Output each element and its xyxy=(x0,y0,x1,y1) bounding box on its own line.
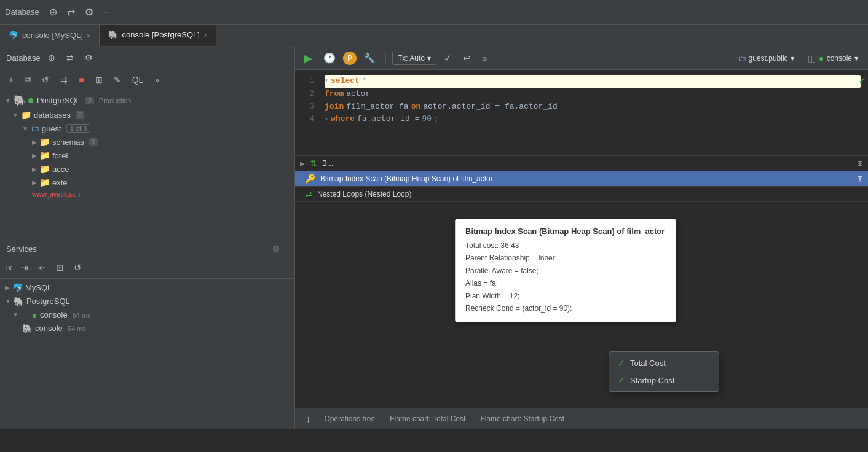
profile-button[interactable]: P xyxy=(343,52,357,65)
dropdown-startup-cost[interactable]: ✓ Startup Cost xyxy=(609,372,719,389)
fold-arrow-4[interactable]: ▾ xyxy=(325,115,328,125)
wrench-button[interactable]: 🔧 xyxy=(360,50,379,66)
db-filter-button[interactable]: ⇄ xyxy=(63,50,77,65)
bitmap-row-icon: 🔑 xyxy=(305,174,315,184)
tree-item-access[interactable]: ▶ 📁 acce xyxy=(0,162,294,176)
tab-mysql[interactable]: 🐬 console [MySQL] × xyxy=(0,25,100,46)
tree-item-guest[interactable]: ▼ 🗂 guest 1 of 3 xyxy=(0,122,294,135)
services-title: Services xyxy=(6,244,37,254)
edit-button[interactable]: ✎ xyxy=(110,72,125,87)
settings-button[interactable]: ⚙ xyxy=(81,4,97,20)
schemas-icon: 📁 xyxy=(39,137,50,147)
grid-button[interactable]: ⊞ xyxy=(92,72,106,87)
code-line-3: join film_actor fa on actor.actor_id = f… xyxy=(325,101,861,114)
sql-button[interactable]: QL xyxy=(128,72,148,87)
run-button[interactable]: ▶ xyxy=(300,49,316,68)
operations-tree-button[interactable]: Operations tree xyxy=(320,413,381,425)
history-button[interactable]: 🕐 xyxy=(320,50,339,66)
flame-total-cost-button[interactable]: Flame chart: Total Cost xyxy=(385,413,470,425)
tx-label: Tx xyxy=(4,263,12,272)
mysql-tab-label: console [MySQL] xyxy=(22,31,83,40)
console-sel-dot xyxy=(819,54,823,63)
code-editor[interactable]: 1 2 3 4 ▾ select * from actor join film_… xyxy=(295,70,868,156)
mysql-svc-arrow[interactable]: ▶ xyxy=(5,284,10,291)
tooltip-row-3: Alias = fa; xyxy=(465,277,666,289)
result-row-nested[interactable]: ⇄ Nested Loops (Nested Loop) xyxy=(295,187,868,202)
extensions-arrow[interactable]: ▶ xyxy=(32,179,37,186)
services-header: Services ⚙ − xyxy=(0,241,294,257)
undo-button[interactable]: ↩ xyxy=(459,50,475,66)
more-button-right[interactable]: » xyxy=(478,50,491,66)
minimize-button[interactable]: − xyxy=(100,4,112,20)
guest-label: guest xyxy=(42,124,61,133)
console-selector[interactable]: ◫ console ▾ xyxy=(803,52,863,65)
sort-table-icon: ⊞ xyxy=(857,159,863,168)
guest-arrow[interactable]: ▼ xyxy=(22,125,28,132)
console1-dot xyxy=(33,310,36,319)
access-arrow[interactable]: ▶ xyxy=(32,166,37,173)
db-add-button[interactable]: ⊕ xyxy=(44,50,59,65)
schema-selector[interactable]: 🗂 guest.public ▾ xyxy=(733,52,799,65)
tree-item-foreign[interactable]: ▶ 📁 forei xyxy=(0,149,294,162)
services-tree: ▶ 🐬 MySQL ▼ 🐘 PostgreSQL ▼ ◫ console 54 … xyxy=(0,279,294,429)
sync-button[interactable]: ⇄ xyxy=(63,4,79,20)
code-number: 90 xyxy=(422,113,432,126)
pg-tab-close[interactable]: × xyxy=(203,31,207,39)
databases-arrow[interactable]: ▼ xyxy=(12,112,18,119)
result-row-bitmap[interactable]: 🔑 Bitmap Index Scan (Bitmap Heap Scan) o… xyxy=(295,171,868,187)
guest-icon: 🗂 xyxy=(31,123,39,133)
bitmap-table-icon: ⊞ xyxy=(857,174,863,183)
keyword-where: where xyxy=(331,113,355,126)
fold-arrow-1[interactable]: ▾ xyxy=(325,76,328,86)
keyword-select: select xyxy=(331,75,360,88)
services-gear-icon[interactable]: ⚙ xyxy=(272,244,280,254)
pg-arrow[interactable]: ▼ xyxy=(5,97,11,104)
stop-button[interactable]: ■ xyxy=(75,72,87,87)
tx-dropdown-icon: ▾ xyxy=(427,54,431,63)
db-settings-button[interactable]: ⚙ xyxy=(81,50,97,65)
editor-status-check: ✓ xyxy=(859,72,866,90)
services-console-1[interactable]: ▼ ◫ console 54 ms xyxy=(0,308,294,322)
services-minimize-icon[interactable]: − xyxy=(283,244,288,254)
add-item-button[interactable]: + xyxy=(5,72,17,87)
tree-item-postgresql[interactable]: ▼ 🐘 PostgreSQL 2 Production xyxy=(0,93,294,108)
schemas-arrow[interactable]: ▶ xyxy=(32,139,37,146)
pg-svc-arrow[interactable]: ▼ xyxy=(5,298,11,305)
code-content[interactable]: ▾ select * from actor join film_actor fa… xyxy=(317,70,868,155)
tx-refresh-button[interactable]: ↺ xyxy=(70,260,85,276)
tx-auto-selector[interactable]: Tx: Auto ▾ xyxy=(392,52,436,65)
code-actor: actor xyxy=(346,88,370,101)
add-connection-button[interactable]: ⊕ xyxy=(45,4,61,20)
copy-button[interactable]: ⧉ xyxy=(21,72,34,87)
services-console-2[interactable]: 🐘 console 54 ms xyxy=(0,322,294,335)
tx-commit-button[interactable]: ⇥ xyxy=(17,260,32,276)
bottom-expand-button[interactable]: ↕ xyxy=(302,411,315,426)
tx-toolbar: Tx ⇥ ⇤ ⊞ ↺ xyxy=(0,257,294,279)
extensions-label: exte xyxy=(52,178,68,187)
console1-time: 54 ms xyxy=(73,311,91,319)
filter-button2[interactable]: ⇉ xyxy=(57,72,71,87)
flame-startup-cost-button[interactable]: Flame chart: Startup Cost xyxy=(475,413,569,425)
tree-item-schemas[interactable]: ▶ 📁 schemas 1 xyxy=(0,135,294,149)
console1-arrow[interactable]: ▼ xyxy=(12,311,18,318)
foreign-arrow[interactable]: ▶ xyxy=(32,152,37,159)
startup-cost-check-icon: ✓ xyxy=(618,375,625,385)
db-minus-button[interactable]: − xyxy=(100,50,112,65)
result-row-sort[interactable]: ▶ ⇅ B... ⊞ xyxy=(295,156,868,171)
more-button-left[interactable]: » xyxy=(151,72,163,87)
services-pg[interactable]: ▼ 🐘 PostgreSQL xyxy=(0,295,294,308)
access-icon: 📁 xyxy=(39,164,50,174)
tree-item-extensions[interactable]: ▶ 📁 exte xyxy=(0,176,294,189)
dropdown-total-cost[interactable]: ✓ Total Cost xyxy=(609,354,719,372)
tab-postgresql[interactable]: 🐘 console [PostgreSQL] × xyxy=(100,25,216,46)
db-tree: ▼ 🐘 PostgreSQL 2 Production ▼ 📁 database… xyxy=(0,90,294,241)
refresh-button[interactable]: ↺ xyxy=(38,72,53,87)
pg-root-label: PostgreSQL xyxy=(37,96,81,105)
commit-button[interactable]: ✓ xyxy=(440,50,456,66)
mysql-tab-close[interactable]: × xyxy=(87,32,90,39)
sort-expand-icon[interactable]: ▶ xyxy=(300,160,305,167)
tree-item-databases[interactable]: ▼ 📁 databases 2 xyxy=(0,108,294,122)
services-mysql[interactable]: ▶ 🐬 MySQL xyxy=(0,281,294,295)
tx-grid-button[interactable]: ⊞ xyxy=(52,260,68,276)
tx-rollback-button[interactable]: ⇤ xyxy=(34,260,50,276)
